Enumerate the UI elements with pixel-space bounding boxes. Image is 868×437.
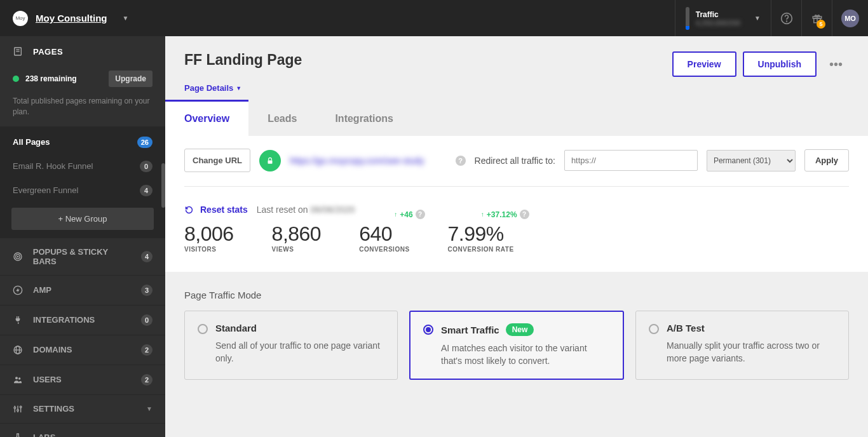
svg-point-1 (786, 21, 787, 22)
sliders-icon (13, 404, 24, 414)
page-title: FF Landing Page (184, 51, 302, 69)
plug-icon (13, 315, 24, 325)
help-icon[interactable]: ? (520, 210, 529, 219)
tab-content: Change URL https://go.moycopy.com/see-st… (165, 136, 868, 272)
bolt-icon (13, 285, 24, 295)
nav-label: POPUPS & STICKY BARS (33, 247, 133, 266)
avatar[interactable]: MO (841, 10, 859, 27)
chevron-down-icon: ▼ (146, 405, 153, 412)
redirect-input[interactable] (564, 150, 698, 171)
mode-card-standard[interactable]: Standard Send all of your traffic to one… (184, 311, 398, 380)
stat-label: CONVERSION RATE (448, 246, 514, 253)
account-switcher[interactable]: Moy Moy Consulting ▼ (0, 11, 128, 26)
stat-visitors: 8,006 VISITORS (184, 222, 234, 253)
radio-icon (649, 324, 659, 334)
new-group-button[interactable]: + New Group (11, 208, 154, 230)
globe-icon (13, 345, 24, 355)
traffic-widget[interactable]: Traffic 4,250,000/200 ▼ (675, 0, 771, 36)
sidebar-item-evergreen[interactable]: Evergreen Funnel 4 (0, 178, 165, 203)
chevron-down-icon: ▼ (123, 15, 129, 22)
sidebar-nav-labs[interactable]: LABS (0, 423, 165, 437)
flask-icon (13, 433, 24, 437)
svg-point-22 (20, 406, 22, 408)
sidebar-nav-settings[interactable]: SETTINGS ▼ (0, 394, 165, 423)
arrow-up-icon: ↑ (394, 211, 397, 218)
stat-value: 8,860 (272, 222, 322, 246)
help-icon[interactable]: ? (456, 156, 466, 166)
traffic-mode-title: Page Traffic Mode (184, 290, 849, 300)
target-icon (13, 252, 24, 262)
sidebar-item-all-pages[interactable]: All Pages 26 (0, 130, 165, 154)
page-url[interactable]: https://go.moycopy.com/see-study (290, 156, 424, 166)
sidebar-item-email-hook[interactable]: Email R. Hook Funnel 0 (0, 154, 165, 178)
sidebar-nav-amp[interactable]: AMP 3 (0, 275, 165, 305)
sidebar-nav-popups[interactable]: POPUPS & STICKY BARS 4 (0, 238, 165, 275)
nav-label: INTEGRATIONS (33, 315, 95, 325)
page-details-label: Page Details (184, 83, 233, 93)
svg-rect-23 (268, 160, 273, 163)
help-button[interactable] (771, 0, 802, 36)
mode-desc: Send all of your traffic to one page var… (215, 340, 384, 365)
redirect-label: Redirect all traffic to: (475, 156, 555, 166)
stat-value: 640 (359, 222, 409, 246)
apply-button[interactable]: Apply (804, 149, 849, 171)
refresh-icon (184, 205, 194, 215)
svg-point-20 (14, 407, 16, 408)
sidebar-item-label: Email R. Hook Funnel (13, 161, 93, 171)
svg-point-16 (18, 377, 20, 379)
traffic-meter (686, 7, 689, 30)
sidebar-header-pages[interactable]: PAGES (0, 36, 165, 67)
nav-count: 0 (141, 314, 153, 326)
page-details-toggle[interactable]: Page Details ▼ (165, 77, 868, 93)
mode-name: Standard (215, 323, 257, 333)
company-name: Moy Consulting (36, 13, 107, 24)
tab-integrations[interactable]: Integrations (316, 102, 412, 136)
stat-conversions: ↑+46? 640 CONVERSIONS (359, 222, 409, 253)
nav-label: DOMAINS (33, 345, 72, 354)
radio-icon (423, 325, 433, 335)
mode-desc: Manually split your traffic across two o… (667, 340, 836, 365)
sidebar-nav-domains[interactable]: DOMAINS 2 (0, 335, 165, 365)
mode-card-ab-test[interactable]: A/B Test Manually split your traffic acr… (635, 311, 849, 380)
traffic-label: Traffic (696, 10, 740, 19)
unpublish-button[interactable]: Unpublish (743, 51, 817, 77)
company-logo: Moy (13, 11, 28, 26)
pages-icon (13, 46, 24, 57)
sidebar: PAGES 238 remaining Upgrade Total publis… (0, 36, 165, 437)
nav-count: 3 (141, 285, 153, 296)
nav-label: USERS (33, 375, 62, 384)
sidebar-item-count: 4 (140, 185, 153, 196)
stat-delta: +37.12% (487, 210, 517, 219)
sidebar-item-label: Evergreen Funnel (13, 185, 78, 195)
stat-label: CONVERSIONS (359, 246, 409, 253)
reset-stats-link[interactable]: Reset stats (200, 205, 248, 215)
sidebar-nav-users[interactable]: USERS 2 (0, 365, 165, 394)
stat-label: VIEWS (272, 246, 322, 253)
help-icon[interactable]: ? (416, 210, 425, 219)
preview-button[interactable]: Preview (672, 51, 736, 77)
tab-leads[interactable]: Leads (248, 102, 316, 136)
change-url-button[interactable]: Change URL (184, 149, 250, 172)
upgrade-button[interactable]: Upgrade (109, 71, 153, 87)
stat-value: 7.99% (448, 222, 514, 246)
svg-point-10 (17, 256, 18, 257)
sidebar-nav-integrations[interactable]: INTEGRATIONS 0 (0, 305, 165, 335)
chevron-down-icon: ▼ (754, 15, 761, 22)
redirect-type-select[interactable]: Permanent (301) (707, 150, 796, 171)
quota-description: Total published pages remaining on your … (0, 91, 165, 126)
more-menu-button[interactable]: ••• (823, 53, 849, 76)
tab-overview[interactable]: Overview (165, 102, 248, 136)
chevron-down-icon: ▼ (236, 85, 241, 91)
radio-icon (198, 324, 208, 334)
stat-views: 8,860 VIEWS (272, 222, 322, 253)
main-content: FF Landing Page Preview Unpublish ••• Pa… (165, 36, 868, 437)
pages-list: All Pages 26 Email R. Hook Funnel 0 Ever… (0, 126, 165, 238)
nav-count: 2 (141, 374, 153, 386)
help-circle-icon (780, 12, 793, 25)
gift-button[interactable]: 5 (802, 0, 832, 36)
mode-card-smart-traffic[interactable]: Smart Traffic New AI matches each visito… (409, 311, 624, 380)
traffic-value: 4,250,000/200 (696, 19, 740, 27)
new-badge: New (506, 323, 534, 336)
traffic-mode-section: Page Traffic Mode Standard Send all of y… (165, 272, 868, 405)
pages-header-label: PAGES (33, 47, 63, 57)
